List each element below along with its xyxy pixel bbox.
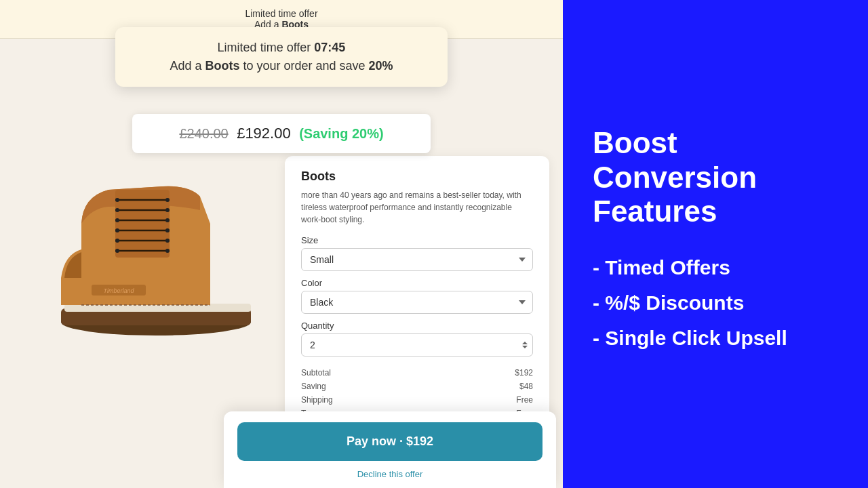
subtotal-row: Subtotal $192: [301, 366, 533, 380]
offer-save-line: Add a Boots to your order and save 20%: [142, 59, 420, 73]
svg-point-16: [165, 198, 170, 202]
boost-title: Boost Conversion Features: [593, 126, 838, 229]
pay-area: Pay now · $192 Decline this offer: [224, 411, 556, 488]
subtotal-value: $192: [515, 368, 533, 378]
decline-link[interactable]: Decline this offer: [357, 469, 423, 479]
svg-point-14: [115, 239, 119, 243]
svg-point-11: [115, 208, 119, 212]
saving-label: (Saving 20%): [299, 126, 383, 141]
quantity-wrapper: [301, 333, 533, 357]
feature-item-3: - Single Click Upsell: [593, 327, 838, 350]
svg-text:Timberland: Timberland: [104, 287, 135, 294]
quantity-input[interactable]: [301, 333, 533, 357]
quantity-label: Quantity: [301, 321, 533, 331]
offer-popup: Limited time offer 07:45 Add a Boots to …: [115, 27, 448, 87]
shipping-row: Shipping Free: [301, 393, 533, 407]
pay-now-button[interactable]: Pay now · $192: [237, 422, 542, 461]
right-panel: Boost Conversion Features - Timed Offers…: [563, 0, 868, 488]
top-banner-line1: Limited time offer: [14, 8, 549, 19]
old-price: £240.00: [179, 126, 228, 141]
product-name: Boots: [301, 169, 533, 184]
features-content: Boost Conversion Features - Timed Offers…: [593, 126, 838, 362]
svg-point-17: [165, 208, 170, 212]
shipping-label: Shipping: [301, 395, 333, 405]
saving-row-label: Saving: [301, 382, 326, 391]
quantity-arrows[interactable]: [522, 342, 528, 348]
product-page: Limited time offer Add a Boots Limited t…: [0, 0, 563, 488]
size-label: Size: [301, 235, 533, 245]
svg-point-21: [165, 249, 170, 253]
feature-item-1: - Timed Offers: [593, 256, 838, 279]
svg-point-10: [115, 198, 119, 202]
svg-point-18: [165, 218, 170, 222]
svg-point-20: [165, 239, 170, 243]
product-image: Timberland: [27, 129, 258, 359]
svg-point-19: [165, 228, 170, 232]
saving-row: Saving $48: [301, 380, 533, 393]
color-label: Color: [301, 278, 533, 288]
subtotal-label: Subtotal: [301, 368, 331, 378]
size-select[interactable]: Small Medium Large: [301, 248, 533, 271]
price-banner: £240.00 £192.00 (Saving 20%): [132, 114, 431, 153]
svg-point-12: [115, 218, 119, 222]
quantity-down-arrow[interactable]: [522, 346, 528, 348]
saving-row-value: $48: [519, 382, 533, 391]
features-list: - Timed Offers - %/$ Discounts - Single …: [593, 256, 838, 350]
color-select[interactable]: Black Brown Wheat: [301, 291, 533, 314]
svg-point-13: [115, 228, 119, 232]
product-description: more than 40 years ago and remains a bes…: [301, 189, 533, 226]
product-detail-card: Boots more than 40 years ago and remains…: [285, 156, 549, 453]
svg-point-15: [115, 249, 119, 253]
feature-item-2: - %/$ Discounts: [593, 291, 838, 314]
quantity-up-arrow[interactable]: [522, 342, 528, 344]
offer-timer-line: Limited time offer 07:45: [142, 41, 420, 55]
shipping-value: Free: [516, 395, 533, 405]
new-price: £192.00: [237, 125, 291, 142]
